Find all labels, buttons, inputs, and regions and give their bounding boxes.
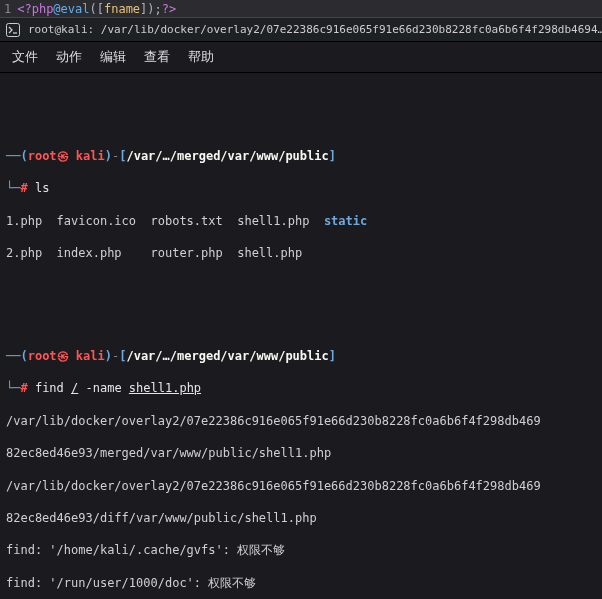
prompt-hash: # — [20, 181, 34, 195]
ls-output-row: 1.php favicon.ico robots.txt shell1.php — [6, 214, 324, 228]
terminal-icon — [6, 23, 20, 37]
menu-view[interactable]: 查看 — [144, 48, 170, 66]
editor-line: 1 <?php @eval ( [ fname ] ) ; ?> — [0, 0, 602, 18]
menu-edit[interactable]: 编辑 — [100, 48, 126, 66]
skull-icon: ㉿ — [57, 349, 76, 363]
php-lparen: ( — [89, 2, 96, 16]
prompt-block: ──(root㉿ kali)-[/var/…/merged/var/www/pu… — [6, 332, 596, 599]
prompt-lparen: ( — [20, 149, 27, 163]
prompt-path: /var/…/merged/var/www/public — [126, 349, 328, 363]
prompt-block: ──(root㉿ kali)-[/var/…/merged/var/www/pu… — [6, 132, 596, 278]
cmd-ls: ls — [35, 181, 49, 195]
prompt-path: /var/…/merged/var/www/public — [126, 149, 328, 163]
prompt-rbracket: ] — [329, 349, 336, 363]
cmd-arg: -name — [78, 381, 129, 395]
menu-help[interactable]: 帮助 — [188, 48, 214, 66]
window-title: root@kali: /var/lib/docker/overlay2/07e2… — [28, 23, 602, 36]
prompt-corner: └─ — [6, 181, 20, 195]
php-lbracket: [ — [97, 2, 104, 16]
terminal-area[interactable]: ──(root㉿ kali)-[/var/…/merged/var/www/pu… — [0, 73, 602, 599]
prompt-rparen: ) — [105, 349, 112, 363]
find-output: /var/lib/docker/overlay2/07e22386c916e06… — [6, 478, 596, 494]
svg-rect-0 — [7, 23, 20, 36]
prompt-hash: # — [20, 381, 34, 395]
find-output: 82ec8ed46e93/merged/var/www/public/shell… — [6, 445, 596, 461]
ls-static-dir: static — [324, 214, 367, 228]
prompt-lparen: ( — [20, 349, 27, 363]
menu-file[interactable]: 文件 — [12, 48, 38, 66]
cmd-find: find — [35, 381, 71, 395]
prompt-corner: └─ — [6, 381, 20, 395]
prompt-rparen: ) — [105, 149, 112, 163]
php-semi: ; — [155, 2, 162, 16]
prompt-user: root — [28, 149, 57, 163]
prompt-rbracket: ] — [329, 149, 336, 163]
find-output: 82ec8ed46e93/diff/var/www/public/shell1.… — [6, 510, 596, 526]
php-close-tag: ?> — [162, 2, 176, 16]
line-number: 1 — [4, 2, 11, 16]
cmd-arg: shell1.php — [129, 381, 201, 395]
ls-output-row: 2.php index.php router.php shell.php — [6, 245, 596, 261]
prompt-user: root — [28, 349, 57, 363]
skull-icon: ㉿ — [57, 149, 76, 163]
window-titlebar[interactable]: root@kali: /var/lib/docker/overlay2/07e2… — [0, 18, 602, 42]
php-open-tag: <?php — [17, 2, 53, 16]
prompt-host: kali — [76, 349, 105, 363]
find-error: find: '/run/user/1000/doc': 权限不够 — [6, 575, 596, 591]
find-output: /var/lib/docker/overlay2/07e22386c916e06… — [6, 413, 596, 429]
php-rparen: ) — [147, 2, 154, 16]
menu-action[interactable]: 动作 — [56, 48, 82, 66]
menubar: 文件 动作 编辑 查看 帮助 — [0, 42, 602, 73]
php-var: fname — [104, 2, 140, 16]
php-func: @eval — [53, 2, 89, 16]
prompt-dash: ── — [6, 349, 20, 363]
prompt-dash: ── — [6, 149, 20, 163]
php-rbracket: ] — [140, 2, 147, 16]
prompt-host: kali — [76, 149, 105, 163]
find-error: find: '/home/kali/.cache/gvfs': 权限不够 — [6, 542, 596, 558]
